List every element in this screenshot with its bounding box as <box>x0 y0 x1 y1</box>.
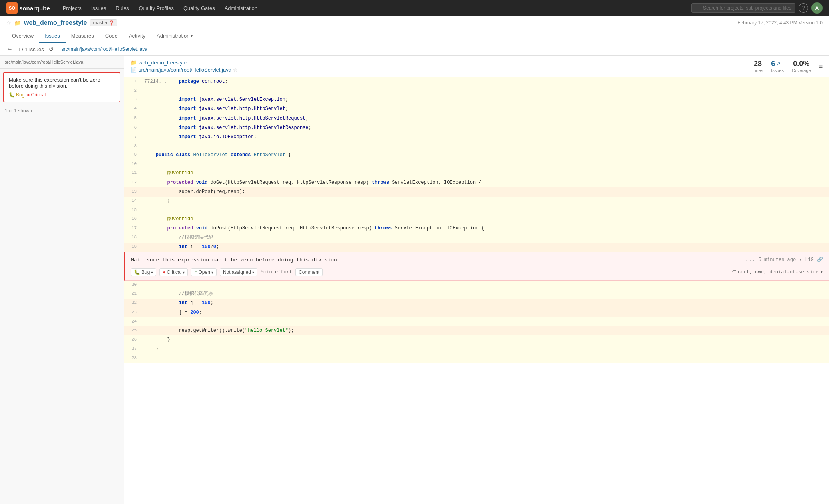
code-panel: 📁 web_demo_freestyle 📄 src/main/java/com… <box>124 56 829 504</box>
issue-card[interactable]: Make sure this expression can't be zero … <box>3 72 120 102</box>
search-area: 🔍 ? A <box>691 2 823 14</box>
sonarqube-logo-icon: SQ <box>6 2 18 14</box>
tab-code[interactable]: Code <box>100 30 123 43</box>
issues-count: 1 / 1 issues <box>18 46 44 52</box>
file-link[interactable]: 📄 src/main/java/com/root/HelloServlet.ja… <box>130 67 238 73</box>
code-line: 16 @Override <box>124 215 829 224</box>
inline-issue-time-caret[interactable]: ▾ <box>799 256 802 264</box>
status-caret-icon: ▾ <box>211 270 213 275</box>
tab-activity[interactable]: Activity <box>123 30 151 43</box>
issues-label: Issues <box>771 68 784 73</box>
code-line: 18 //模拟错误代码 <box>124 233 829 242</box>
code-line: 14 } <box>124 197 829 206</box>
project-meta-date: February 17, 2022, 4:43 PM Version 1.0 <box>737 20 823 26</box>
code-line: 23 j = 200; <box>124 308 829 317</box>
search-input[interactable] <box>691 3 795 13</box>
file-link-icon: 📄 <box>130 67 137 73</box>
code-menu-button[interactable]: ≡ <box>819 63 823 70</box>
code-line: 26 } <box>124 335 829 345</box>
inline-issue-time: 5 minutes ago <box>759 256 796 264</box>
issues-toolbar: ← 1 / 1 issues ↺ src/main/java/com/root/… <box>0 43 829 56</box>
back-button[interactable]: ← <box>6 46 13 53</box>
nav-issues[interactable]: Issues <box>86 0 111 16</box>
file-info: 📁 web_demo_freestyle 📄 src/main/java/com… <box>130 60 238 73</box>
tags-caret-icon[interactable]: ▾ <box>820 269 823 276</box>
nav-quality-gates[interactable]: Quality Gates <box>179 0 220 16</box>
stat-coverage: 0.0% Coverage <box>792 60 811 73</box>
nav-quality-profiles[interactable]: Quality Profiles <box>134 0 178 16</box>
project-icon: 📁 <box>14 20 21 26</box>
main-layout: src/main/java/com/root/HelloServlet.java… <box>0 56 829 504</box>
inline-issue-meta: 5 minutes ago ▾ L19 🔗 <box>759 256 823 264</box>
code-line: 12 protected void doGet(HttpServletReque… <box>124 178 829 187</box>
lines-value: 28 <box>753 60 763 68</box>
code-line: 11 @Override <box>124 169 829 178</box>
code-line: 24 <box>124 317 829 326</box>
code-panel-header: 📁 web_demo_freestyle 📄 src/main/java/com… <box>124 56 829 77</box>
logo[interactable]: SQ sonarqube <box>6 2 50 14</box>
branch-tag[interactable]: master ❓ <box>90 19 117 26</box>
severity-button[interactable]: ● Critical ▾ <box>159 268 188 276</box>
code-line-issue: 19 int i = 100/0; <box>124 243 829 252</box>
inline-issue-link-icon[interactable]: 🔗 <box>817 256 823 264</box>
sidebar-file-path: src/main/java/com/root/HelloServlet.java <box>0 56 124 69</box>
assignee-button[interactable]: Not assigned ▾ <box>220 268 257 276</box>
nav-rules[interactable]: Rules <box>111 0 134 16</box>
code-line: 3 import javax.servlet.ServletException; <box>124 95 829 104</box>
code-content: 1 77214... package com.root; 2 3 import … <box>124 77 829 363</box>
tab-overview[interactable]: Overview <box>6 30 39 43</box>
project-name[interactable]: web_demo_freestyle <box>24 19 87 26</box>
stat-issues[interactable]: 6 ↗ Issues <box>771 60 784 73</box>
code-line: 21 //模拟代码冗余 <box>124 289 829 299</box>
project-tabs: Overview Issues Measures Code Activity A… <box>6 30 823 43</box>
code-line: 4 import javax.servlet.http.HttpServlet; <box>124 104 829 114</box>
code-line: 20 <box>124 281 829 289</box>
comment-button[interactable]: Comment <box>295 268 323 276</box>
code-line: 25 resp.getWriter().write("hello Servlet… <box>124 326 829 335</box>
coverage-value: 0.0% <box>792 60 811 68</box>
file-favorite-icon[interactable]: ☆ <box>233 67 238 73</box>
status-button[interactable]: ○ Open ▾ <box>191 268 217 276</box>
project-link-icon: 📁 <box>130 60 137 66</box>
code-line: 7 import java.io.IOException; <box>124 133 829 142</box>
nav-projects[interactable]: Projects <box>58 0 86 16</box>
critical-icon-small: ● <box>163 269 165 275</box>
help-button[interactable]: ? <box>799 3 808 13</box>
code-line: 9 public class HelloServlet extends Http… <box>124 151 829 160</box>
project-link[interactable]: 📁 web_demo_freestyle <box>130 60 238 66</box>
breadcrumb[interactable]: src/main/java/com/root/HelloServlet.java <box>62 46 147 52</box>
code-line: 13 super.doPost(req,resp); <box>124 187 829 197</box>
issue-message: Make sure this expression can't be zero … <box>9 77 115 89</box>
type-caret-icon: ▾ <box>151 270 153 275</box>
inline-issue-dots[interactable]: ··· <box>745 256 755 265</box>
issue-severity-tag: ● Critical <box>27 92 46 98</box>
issue-type-tag: 🐛 Bug <box>9 92 24 98</box>
bug-icon: 🐛 <box>9 92 15 98</box>
inline-issue-panel: Make sure this expression can't be zero … <box>124 252 829 281</box>
inline-issue-effort: 5min effort <box>261 269 292 276</box>
issues-sidebar: src/main/java/com/root/HelloServlet.java… <box>0 56 124 504</box>
tab-issues[interactable]: Issues <box>39 30 66 43</box>
issues-value: 6 <box>771 60 775 68</box>
code-line: 22 int j = 100; <box>124 299 829 308</box>
project-header: ☆ 📁 web_demo_freestyle master ❓ February… <box>6 16 823 30</box>
code-line: 5 import javax.servlet.http.HttpServletR… <box>124 114 829 123</box>
nav-administration[interactable]: Administration <box>220 0 262 16</box>
code-line: 1 77214... package com.root; <box>124 77 829 86</box>
project-navigation: ☆ 📁 web_demo_freestyle master ❓ February… <box>0 16 829 43</box>
code-line: 28 <box>124 354 829 363</box>
type-button[interactable]: 🐛 Bug ▾ <box>131 268 156 276</box>
user-avatar[interactable]: A <box>811 2 823 14</box>
refresh-button[interactable]: ↺ <box>49 46 54 52</box>
tab-measures[interactable]: Measures <box>66 30 100 43</box>
code-line: 17 protected void doPost(HttpServletRequ… <box>124 224 829 233</box>
code-line: 8 <box>124 142 829 151</box>
code-line: 2 <box>124 86 829 95</box>
favorite-icon[interactable]: ☆ <box>6 20 11 26</box>
inline-issue-tags-text: cert, cwe, denial-of-service <box>738 269 819 276</box>
coverage-label: Coverage <box>792 68 811 73</box>
inline-issue-message: Make sure this expression can't be zero … <box>131 256 742 265</box>
critical-icon: ● <box>27 92 30 98</box>
issue-tags: 🐛 Bug ● Critical <box>9 92 115 98</box>
tab-administration[interactable]: Administration ▾ <box>151 30 198 43</box>
